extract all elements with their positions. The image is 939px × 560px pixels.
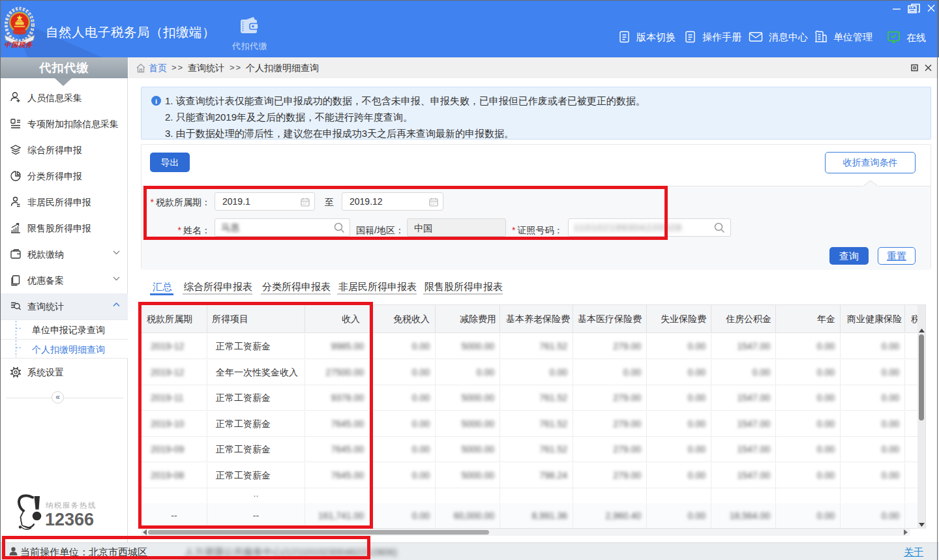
svg-text:中国税务: 中国税务	[5, 41, 33, 48]
svg-text:i: i	[155, 97, 157, 105]
